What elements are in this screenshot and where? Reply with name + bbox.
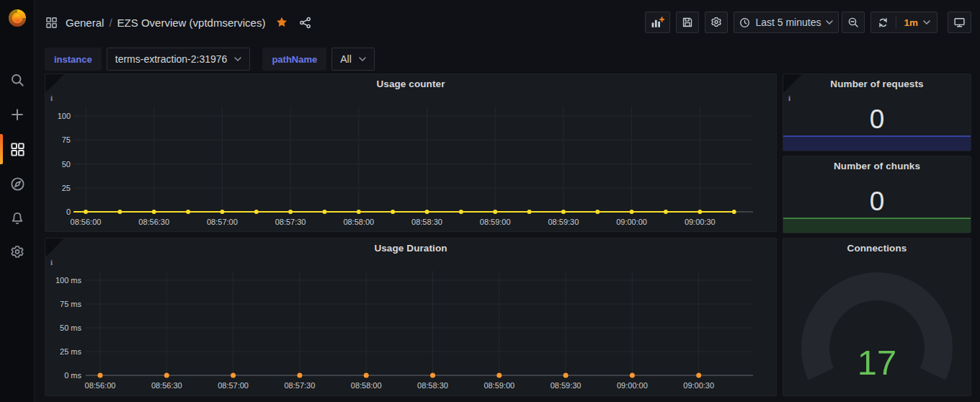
panel-number-of-chunks: Number of chunks 0 bbox=[783, 156, 971, 233]
time-range-picker[interactable]: Last 5 minutes bbox=[734, 12, 839, 33]
svg-text:0 ms: 0 ms bbox=[64, 371, 81, 380]
alerting-bell-icon[interactable] bbox=[9, 210, 26, 227]
svg-text:100: 100 bbox=[58, 112, 71, 120]
panel-title[interactable]: Usage counter bbox=[45, 74, 776, 94]
svg-text:50: 50 bbox=[62, 160, 71, 169]
svg-text:08:56:30: 08:56:30 bbox=[151, 381, 182, 390]
monitor-icon bbox=[953, 17, 966, 28]
panel-connections: Connections 17 bbox=[783, 238, 971, 396]
dashboard-toolbar: Last 5 minutes 1m bbox=[645, 12, 971, 33]
svg-text:08:58:00: 08:58:00 bbox=[343, 218, 374, 226]
variable-label-instance: instance bbox=[45, 48, 102, 71]
svg-text:08:58:30: 08:58:30 bbox=[417, 381, 448, 390]
svg-text:08:56:30: 08:56:30 bbox=[138, 218, 169, 226]
info-icon: i bbox=[50, 258, 53, 267]
svg-text:08:58:30: 08:58:30 bbox=[411, 218, 442, 226]
svg-text:08:57:00: 08:57:00 bbox=[207, 218, 238, 226]
chevron-down-icon bbox=[234, 57, 241, 61]
breadcrumb-separator: / bbox=[109, 17, 112, 29]
svg-text:08:59:30: 08:59:30 bbox=[551, 381, 582, 390]
panel-usage-counter: 08:56:0008:56:3008:57:0008:57:3008:58:00… bbox=[45, 73, 777, 232]
panel-title[interactable]: Number of chunks bbox=[783, 156, 971, 177]
dashboard-grid-icon bbox=[45, 17, 58, 29]
svg-text:08:59:00: 08:59:00 bbox=[480, 218, 511, 226]
svg-text:09:00:00: 09:00:00 bbox=[617, 381, 648, 390]
search-icon[interactable] bbox=[9, 71, 26, 89]
svg-text:08:57:00: 08:57:00 bbox=[218, 381, 249, 390]
explore-compass-icon[interactable] bbox=[9, 175, 26, 192]
svg-text:25 ms: 25 ms bbox=[60, 347, 81, 356]
configuration-gear-icon[interactable] bbox=[9, 244, 26, 261]
panel-usage-duration: 08:56:0008:56:3008:57:0008:57:3008:58:00… bbox=[45, 238, 777, 396]
clock-icon bbox=[739, 17, 750, 28]
svg-text:75 ms: 75 ms bbox=[60, 300, 81, 308]
svg-text:08:59:30: 08:59:30 bbox=[548, 218, 579, 226]
save-dashboard-button[interactable] bbox=[676, 12, 699, 33]
dashboard-settings-button[interactable] bbox=[705, 12, 728, 33]
top-nav: General / EZS Overview (vptdmservices) bbox=[35, 0, 980, 45]
svg-text:25: 25 bbox=[62, 184, 71, 192]
refresh-icon[interactable] bbox=[878, 17, 888, 28]
page-title[interactable]: EZS Overview (vptdmservices) bbox=[117, 17, 266, 29]
svg-text:08:59:00: 08:59:00 bbox=[484, 381, 514, 390]
svg-text:08:57:30: 08:57:30 bbox=[284, 381, 315, 390]
active-section-indicator bbox=[0, 134, 3, 164]
svg-text:0: 0 bbox=[66, 207, 71, 216]
svg-text:08:58:00: 08:58:00 bbox=[351, 381, 382, 390]
variable-value-pathname: All bbox=[340, 53, 352, 65]
stat-value: 0 bbox=[783, 104, 971, 135]
stat-value: 0 bbox=[783, 187, 971, 217]
usage-counter-chart: 08:56:0008:56:3008:57:0008:57:3008:58:00… bbox=[45, 74, 776, 231]
usage-duration-chart: 08:56:0008:56:3008:57:0008:57:3008:58:00… bbox=[45, 238, 776, 396]
refresh-group: 1m bbox=[870, 12, 937, 33]
variable-dropdown-pathname[interactable]: All bbox=[331, 48, 375, 71]
chevron-down-icon bbox=[826, 20, 833, 24]
panel-title[interactable]: Connections bbox=[783, 238, 971, 259]
refresh-interval-value[interactable]: 1m bbox=[904, 17, 918, 28]
grafana-logo[interactable] bbox=[6, 6, 29, 29]
panel-number-of-requests: i Number of requests 0 bbox=[783, 73, 971, 151]
favorite-star-icon[interactable] bbox=[275, 16, 288, 29]
panel-title[interactable]: Number of requests bbox=[783, 74, 971, 94]
info-icon: i bbox=[788, 94, 790, 102]
breadcrumb: General / EZS Overview (vptdmservices) bbox=[45, 16, 311, 29]
divider bbox=[896, 16, 896, 29]
create-plus-icon[interactable] bbox=[9, 106, 26, 123]
svg-text:08:57:30: 08:57:30 bbox=[275, 218, 306, 226]
kiosk-mode-button[interactable] bbox=[948, 12, 971, 33]
svg-text:09:00:30: 09:00:30 bbox=[683, 381, 714, 390]
template-variables-row: instance terms-extraction-2:31976 pathNa… bbox=[35, 45, 382, 73]
share-icon[interactable] bbox=[299, 17, 311, 29]
svg-text:08:56:00: 08:56:00 bbox=[71, 218, 102, 226]
panel-title[interactable]: Usage Duration bbox=[45, 238, 776, 259]
svg-text:09:00:00: 09:00:00 bbox=[616, 218, 647, 226]
dashboards-grid-icon[interactable] bbox=[9, 140, 26, 158]
zoom-out-time-button[interactable] bbox=[842, 12, 865, 33]
chevron-down-icon bbox=[923, 20, 930, 24]
svg-text:100 ms: 100 ms bbox=[55, 276, 82, 285]
svg-text:50 ms: 50 ms bbox=[60, 323, 81, 332]
svg-text:09:00:30: 09:00:30 bbox=[685, 218, 716, 226]
time-range-label: Last 5 minutes bbox=[755, 17, 821, 28]
svg-text:08:56:00: 08:56:00 bbox=[85, 381, 116, 390]
gauge-value: 17 bbox=[783, 342, 971, 383]
variable-value-instance: terms-extraction-2:31976 bbox=[115, 53, 228, 65]
info-icon: i bbox=[50, 94, 53, 102]
chevron-down-icon bbox=[359, 57, 366, 61]
breadcrumb-folder[interactable]: General bbox=[66, 17, 104, 29]
variable-label-pathname: pathName bbox=[262, 48, 326, 71]
add-panel-button[interactable] bbox=[645, 12, 670, 33]
sidebar bbox=[0, 0, 35, 402]
svg-text:75: 75 bbox=[62, 135, 71, 144]
variable-dropdown-instance[interactable]: terms-extraction-2:31976 bbox=[107, 48, 251, 71]
